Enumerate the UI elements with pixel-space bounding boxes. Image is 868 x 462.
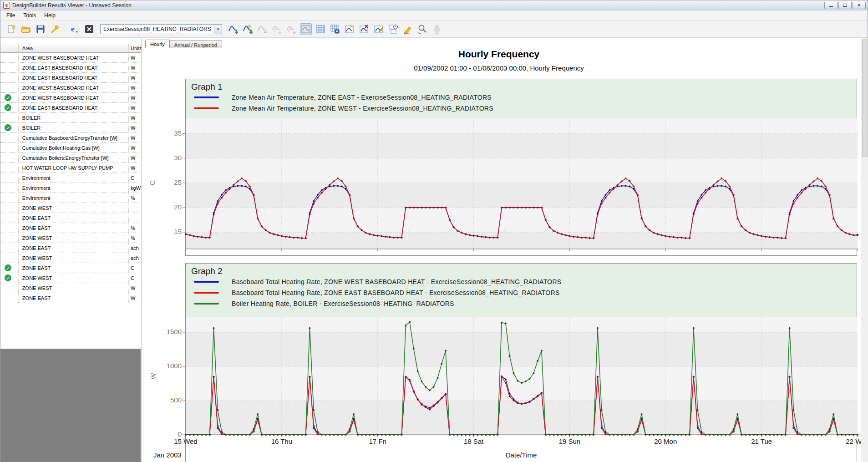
x-tick-label: 21 Tue <box>741 437 782 445</box>
area-cell: ZONE WEST <box>19 253 129 263</box>
table-row[interactable]: ✓ZONE EASTC <box>0 263 141 273</box>
edit-chart-icon[interactable] <box>373 23 385 35</box>
legend-item: Baseboard Total Heating Rate, ZONE WEST … <box>186 276 857 287</box>
tab-annual-runperiod[interactable]: Annual / Runperiod <box>169 41 222 48</box>
table-row[interactable]: HOT WATER LOOP HW SUPPLY PUMPW <box>0 163 141 173</box>
table-row[interactable]: ZONE EAST BASEBOARD HEATW <box>0 73 141 83</box>
table-header: Area Units <box>0 44 141 53</box>
legend-label: Zone Mean Air Temperature, ZONE WEST - E… <box>232 105 493 112</box>
table-row[interactable]: ZONE EAST% <box>0 223 141 233</box>
graph1-box: Graph 1 Zone Mean Air Temperature, ZONE … <box>185 79 857 256</box>
tab-bar: Hourly Annual / Runperiod <box>145 40 222 48</box>
area-cell: ZONE EAST BASEBOARD HEAT <box>19 73 129 82</box>
wrench-icon[interactable] <box>49 23 61 35</box>
menu-tools[interactable]: Tools <box>19 11 40 20</box>
area-cell: ZONE WEST <box>19 203 129 213</box>
area-cell: Cumulative Boiler:Heating:Gas [W] <box>19 143 129 152</box>
legend-swatch-blue <box>194 96 219 98</box>
table-row[interactable]: ZONE WEST <box>0 203 141 213</box>
x-tick-label: 16 Thu <box>261 437 302 445</box>
table-row[interactable]: Cumulative Boiler:Heating:Gas [W]W <box>0 143 141 153</box>
area-cell: Environment <box>19 193 129 203</box>
y-tick-label: 500 <box>154 396 182 404</box>
units-cell: W <box>129 113 141 122</box>
checked-icon: ✓ <box>5 274 11 281</box>
units-cell: % <box>129 233 141 243</box>
legend-swatch-red <box>194 292 219 294</box>
area-cell: ZONE WEST BASEBOARD HEAT <box>19 93 129 102</box>
maximize-button[interactable] <box>838 2 852 9</box>
area-cell: ZONE EAST <box>19 223 129 233</box>
units-cell: W <box>129 93 141 102</box>
clear-icon[interactable] <box>83 23 95 35</box>
units-cell <box>129 213 141 223</box>
checked-icon: ✓ <box>5 124 11 131</box>
table-row[interactable]: ZONE EAST BASEBOARD HEATW <box>0 63 141 73</box>
table-row[interactable]: ZONE WESTW <box>0 283 141 293</box>
table-row[interactable]: ZONE EASTach <box>0 243 141 253</box>
graph-panel-icon[interactable] <box>300 23 312 35</box>
units-cell: W <box>129 133 141 142</box>
menu-file[interactable]: File <box>2 11 19 20</box>
area-cell: ZONE EAST <box>19 213 129 223</box>
area-cell: Environment <box>19 173 129 183</box>
area-cell: Cumulative Boilers:EnergyTransfer [W] <box>19 153 129 162</box>
add-graph-icon[interactable] <box>227 23 239 35</box>
interval-charts-icon[interactable] <box>387 23 399 35</box>
graph1-plot <box>186 118 858 249</box>
table-row[interactable]: ZONE EASTW <box>0 293 141 303</box>
table-row[interactable]: ✓ZONE EAST BASEBOARD HEATW <box>0 103 141 113</box>
table-row[interactable]: Cumulative Baseboard:EnergyTransfer [W]W <box>0 133 141 143</box>
table-row[interactable]: ✓ZONE WEST BASEBOARD HEATW <box>0 93 141 103</box>
table-row[interactable]: ZONE WEST BASEBOARD HEATW <box>0 53 141 63</box>
units-cell: C <box>129 273 141 283</box>
minimize-button[interactable] <box>824 2 838 9</box>
zoom-icon[interactable] <box>416 23 428 35</box>
open-folder-icon[interactable] <box>20 23 32 35</box>
legend-swatch-green <box>194 303 219 305</box>
graph-up-icon[interactable] <box>271 23 283 35</box>
save-icon[interactable] <box>35 23 46 35</box>
annotate-pencil-icon[interactable] <box>402 23 414 35</box>
delete-chart-icon[interactable] <box>358 23 370 35</box>
table-row[interactable]: ZONE WESTach <box>0 253 141 263</box>
record-icon[interactable] <box>431 23 443 35</box>
units-cell: % <box>129 193 141 203</box>
y-tick-label: 0 <box>154 430 182 438</box>
table-row[interactable]: ZONE WEST BASEBOARD HEATW <box>0 83 141 93</box>
table-row[interactable]: Environment% <box>0 193 141 203</box>
table-row[interactable]: ZONE EAST <box>0 213 141 223</box>
area-cell: ZONE WEST BASEBOARD HEAT <box>19 53 129 62</box>
grid-icon[interactable] <box>315 23 326 35</box>
table-row[interactable]: ZONE WEST% <box>0 233 141 243</box>
menu-help[interactable]: Help <box>40 11 60 20</box>
chart-area: Hourly Annual / Runperiod Hourly Frequen… <box>142 38 868 462</box>
table-row[interactable]: Cumulative Boilers:EnergyTransfer [W]W <box>0 153 141 163</box>
scrollbar-thumb[interactable] <box>862 39 868 157</box>
titlebar[interactable]: e DesignBuilder Results Viewer - Unsaved… <box>0 0 868 10</box>
area-cell: ZONE WEST <box>19 273 129 283</box>
table-row[interactable]: EnvironmentC <box>0 173 141 183</box>
table-row[interactable]: EnvironmentkgW <box>0 183 141 193</box>
close-button[interactable]: ✕ <box>853 2 866 9</box>
table-row[interactable]: BOILERW <box>0 113 141 123</box>
tab-hourly[interactable]: Hourly <box>145 40 170 48</box>
legend-item: Zone Mean Air Temperature, ZONE EAST - E… <box>186 92 857 103</box>
graph1-title: Graph 1 <box>186 79 857 92</box>
table-row[interactable]: ✓BOILERW <box>0 123 141 133</box>
add-graph-star-icon[interactable] <box>242 23 254 35</box>
units-cell: W <box>129 153 141 162</box>
graph-copy-icon[interactable] <box>285 23 297 35</box>
new-chart-star-icon[interactable] <box>344 23 355 35</box>
legend-item: Baseboard Total Heating Rate, ZONE EAST … <box>186 287 857 298</box>
energyplus-icon[interactable]: e <box>69 23 81 35</box>
new-file-icon[interactable] <box>5 23 17 35</box>
units-cell: W <box>129 293 141 303</box>
dropdown-arrow-icon[interactable]: ▼ <box>214 25 222 34</box>
session-dropdown[interactable]: ExerciseSession08_HEATING_RADIATORS ▼ <box>100 24 222 34</box>
export-grid-icon[interactable] <box>329 23 341 35</box>
table-row[interactable]: ✓ZONE WESTC <box>0 273 141 283</box>
remove-graph-icon[interactable] <box>256 23 268 35</box>
vertical-scrollbar[interactable] <box>861 38 868 462</box>
svg-text:e: e <box>71 25 75 33</box>
